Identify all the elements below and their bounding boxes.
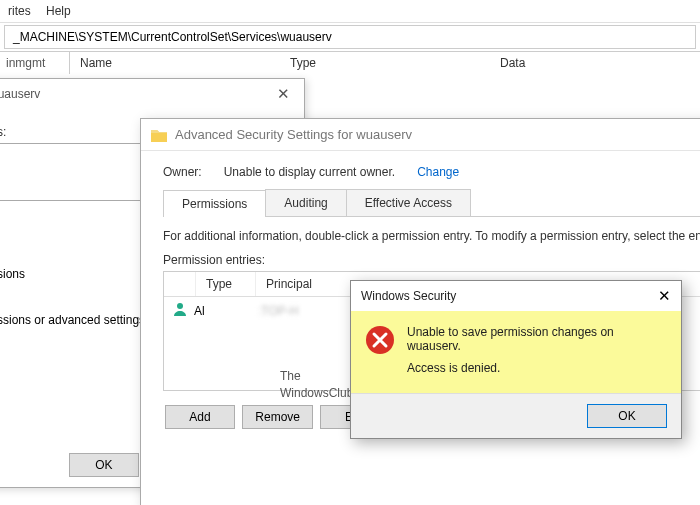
entries-label: Permission entries:	[163, 253, 700, 267]
advanced-title: Advanced Security Settings for wuauserv	[175, 127, 412, 142]
col-type[interactable]: Type	[280, 52, 490, 74]
tab-effective-access[interactable]: Effective Access	[346, 189, 471, 216]
perm-label-sions: sions	[0, 267, 25, 281]
tree-item[interactable]: inmgmt	[0, 52, 70, 74]
svg-point-0	[177, 303, 183, 309]
grid-head-icon	[164, 272, 196, 296]
owner-label: Owner:	[163, 165, 202, 179]
address-bar[interactable]: _MACHINE\SYSTEM\CurrentControlSet\Servic…	[4, 25, 696, 49]
close-icon[interactable]: ✕	[658, 287, 671, 305]
list-columns: Name Type Data	[70, 52, 700, 74]
menu-bar: rites Help	[0, 0, 700, 23]
permissions-title: wuauserv	[0, 87, 271, 101]
col-name[interactable]: Name	[70, 52, 280, 74]
row-principal: :TOP-H	[258, 304, 298, 318]
info-text: For additional information, double-click…	[163, 229, 700, 243]
grid-head-type[interactable]: Type	[196, 272, 256, 296]
msgbox-title: Windows Security	[361, 289, 658, 303]
error-message-line1: Unable to save permission changes on wua…	[407, 325, 667, 353]
change-owner-link[interactable]: Change	[417, 165, 459, 179]
tab-auditing[interactable]: Auditing	[265, 189, 346, 216]
menu-help[interactable]: Help	[46, 4, 71, 18]
user-icon	[170, 301, 190, 320]
tab-permissions[interactable]: Permissions	[163, 190, 266, 217]
add-entry-button[interactable]: Add	[165, 405, 235, 429]
folder-icon	[151, 128, 167, 142]
windows-security-dialog: Windows Security ✕ Unable to save permis…	[350, 280, 682, 439]
remove-entry-button[interactable]: Remove	[242, 405, 313, 429]
close-icon[interactable]: ✕	[271, 85, 296, 103]
error-message-line2: Access is denied.	[407, 361, 667, 375]
menu-favorites[interactable]: rites	[8, 4, 31, 18]
tab-strip: Permissions Auditing Effective Access	[163, 189, 700, 217]
error-icon	[365, 325, 395, 355]
owner-message: Unable to display current owner.	[224, 165, 395, 179]
col-data[interactable]: Data	[490, 52, 700, 74]
msgbox-ok-button[interactable]: OK	[587, 404, 667, 428]
ok-button[interactable]: OK	[69, 453, 139, 477]
row-type: Al	[190, 304, 254, 318]
